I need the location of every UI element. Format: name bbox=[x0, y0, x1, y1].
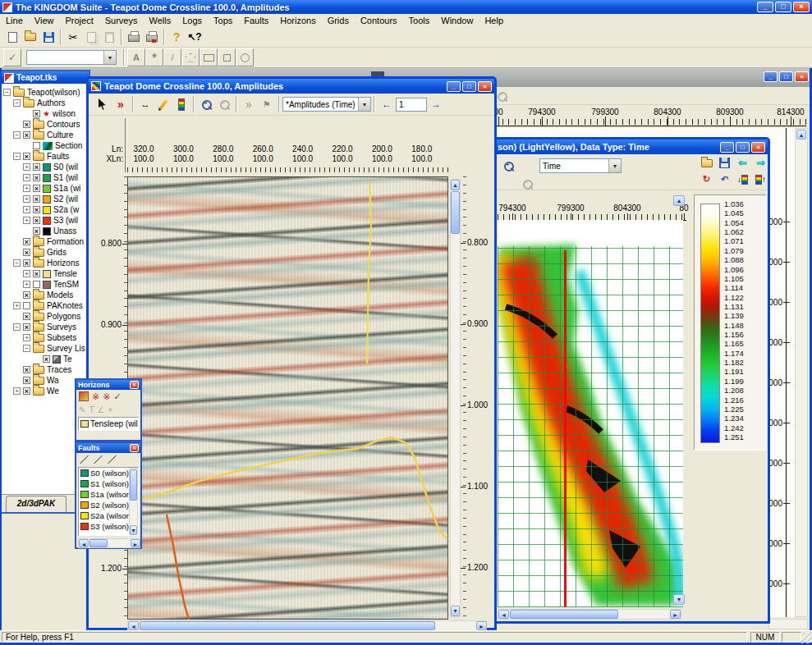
tree-item[interactable]: +×S1 (wil bbox=[2, 172, 89, 183]
tree-expander-icon[interactable]: + bbox=[23, 195, 30, 203]
select-tool-button[interactable] bbox=[94, 95, 112, 113]
tree-expander-icon[interactable]: + bbox=[23, 334, 30, 341]
tree-expander-icon[interactable]: + bbox=[23, 217, 30, 224]
tree-item[interactable]: ×Models bbox=[2, 290, 89, 300]
tree-checkbox[interactable]: × bbox=[33, 195, 40, 203]
map-save-button[interactable] bbox=[717, 156, 732, 170]
tree-item[interactable]: +×Tensle bbox=[2, 268, 89, 279]
tree-checkbox[interactable]: × bbox=[33, 206, 40, 213]
tree-item[interactable]: ×Polygons bbox=[2, 311, 89, 322]
tree-expander-icon[interactable]: − bbox=[13, 259, 21, 267]
flag-button[interactable]: ⚑ bbox=[258, 95, 276, 113]
tree-checkbox[interactable]: × bbox=[23, 249, 30, 256]
chevron-down-icon[interactable]: ▼ bbox=[358, 98, 370, 111]
menu-surveys[interactable]: Surveys bbox=[99, 15, 144, 26]
menu-wells[interactable]: Wells bbox=[143, 15, 177, 26]
map-maximize-button[interactable]: □ bbox=[736, 142, 750, 153]
polygon-tool-button[interactable] bbox=[181, 48, 200, 66]
tree-item[interactable]: ×Unass bbox=[2, 226, 89, 236]
pick-mode-icon[interactable]: ✎ bbox=[79, 405, 85, 414]
tree-checkbox[interactable]: × bbox=[23, 121, 30, 128]
prev-view-button[interactable]: » bbox=[240, 95, 258, 113]
colorbar-up-button[interactable]: ↑ bbox=[753, 172, 768, 186]
step-input[interactable] bbox=[396, 98, 427, 112]
menu-contours[interactable]: Contours bbox=[355, 15, 403, 26]
tree-expander-icon[interactable]: + bbox=[23, 174, 30, 181]
tree-item[interactable]: ×Traces bbox=[2, 364, 89, 375]
tree-item[interactable]: −×Faults bbox=[2, 151, 89, 162]
context-help-button[interactable]: ↖? bbox=[186, 28, 204, 46]
tree-item[interactable]: +TenSM bbox=[2, 279, 89, 290]
tree-expander-icon[interactable]: − bbox=[23, 345, 30, 352]
tree-checkbox[interactable]: × bbox=[33, 270, 40, 277]
commit-check-icon[interactable]: ✓ bbox=[113, 391, 121, 402]
tree-item[interactable]: +×S3 (wil bbox=[2, 215, 89, 226]
tree-item[interactable]: ×Formation bbox=[2, 236, 89, 247]
tree-expander-icon[interactable]: + bbox=[23, 270, 30, 277]
fault-intersection-icon[interactable]: ※ bbox=[103, 391, 110, 402]
tree-checkbox[interactable]: × bbox=[33, 227, 40, 235]
clear-icon[interactable]: × bbox=[108, 405, 112, 414]
tree-expander-icon[interactable]: + bbox=[13, 387, 21, 395]
tree-checkbox[interactable]: × bbox=[23, 366, 30, 373]
fault-list-item[interactable]: S2 (wilson) bbox=[79, 500, 129, 510]
map-rotate-button[interactable]: ↻ bbox=[699, 172, 714, 186]
tree-checkbox[interactable] bbox=[23, 302, 30, 309]
scroll-right-icon[interactable]: ► bbox=[670, 610, 681, 619]
tree-checkbox[interactable]: × bbox=[23, 377, 30, 384]
copy-button[interactable] bbox=[82, 28, 100, 46]
scroll-left-icon[interactable]: ◄ bbox=[498, 610, 509, 619]
scroll-up-icon[interactable]: ▲ bbox=[451, 180, 460, 190]
tree-expander-icon[interactable]: − bbox=[13, 153, 21, 160]
menu-faults[interactable]: Faults bbox=[238, 15, 274, 26]
faults-close-button[interactable]: × bbox=[130, 444, 139, 452]
print-preview-button[interactable] bbox=[143, 28, 161, 46]
faults-vscrollbar[interactable]: ▼ bbox=[129, 468, 138, 535]
map-prev-button[interactable]: ⇐ bbox=[735, 156, 750, 170]
faults-hscrollbar[interactable]: ◄ ► bbox=[78, 538, 140, 548]
fault-segment-icon[interactable] bbox=[79, 455, 89, 464]
tree-item[interactable]: −Teapot(wilson) bbox=[2, 87, 89, 98]
tree-checkbox[interactable]: × bbox=[23, 238, 30, 245]
tree-checkbox[interactable]: × bbox=[23, 259, 30, 267]
tree-item[interactable]: +×S0 (wil bbox=[2, 162, 89, 172]
basemap-minimize-button[interactable]: _ bbox=[764, 71, 778, 82]
scroll-thumb[interactable] bbox=[130, 469, 137, 501]
tree-checkbox[interactable]: × bbox=[33, 185, 40, 192]
map-undo-button[interactable]: ↶ bbox=[717, 172, 732, 186]
scroll-thumb[interactable] bbox=[510, 610, 618, 619]
pick-tool-button[interactable] bbox=[154, 95, 172, 113]
menu-tools[interactable]: Tools bbox=[403, 15, 436, 26]
snap-icon[interactable] bbox=[79, 391, 89, 401]
scroll-right-icon[interactable]: ► bbox=[131, 539, 140, 547]
tree-checkbox[interactable]: × bbox=[23, 131, 30, 139]
fault-list-item[interactable]: S3 (wilson) bbox=[79, 521, 129, 532]
seismic-vscrollbar[interactable]: ▲ ▼ bbox=[450, 179, 461, 617]
tree-item[interactable]: +Subsets bbox=[2, 332, 89, 343]
menu-window[interactable]: Window bbox=[435, 15, 479, 26]
measure-tool-button[interactable]: ↔ bbox=[136, 95, 154, 113]
tree-expander-icon[interactable]: − bbox=[13, 131, 21, 139]
scroll-down-icon[interactable]: ▼ bbox=[130, 525, 137, 535]
tree-item[interactable]: ×Contours bbox=[2, 119, 89, 130]
tree-checkbox[interactable]: × bbox=[43, 355, 50, 363]
text-tool-button[interactable]: A bbox=[127, 48, 145, 66]
map-minimize-button[interactable]: _ bbox=[720, 142, 734, 153]
horizon-list-item[interactable]: Tensleep (wilson bbox=[79, 418, 138, 430]
fast-forward-button[interactable]: » bbox=[112, 95, 130, 113]
basemap-close-button[interactable]: × bbox=[795, 71, 809, 82]
resize-grip[interactable] bbox=[801, 633, 812, 643]
tree-expander-icon[interactable]: + bbox=[23, 163, 30, 171]
scroll-left-icon[interactable]: ◄ bbox=[79, 539, 89, 547]
open-button[interactable] bbox=[21, 28, 39, 46]
tree-checkbox[interactable]: × bbox=[23, 291, 30, 299]
annotation-combo[interactable]: ▼ bbox=[26, 50, 117, 65]
close-button[interactable]: × bbox=[793, 2, 810, 12]
tree-checkbox[interactable]: × bbox=[33, 217, 40, 224]
horizons-list[interactable]: Tensleep (wilson bbox=[78, 417, 139, 431]
map-next-button[interactable]: ⇒ bbox=[753, 156, 768, 170]
tab-2d3dpak[interactable]: 2d/3dPAK bbox=[6, 496, 67, 512]
line-tool-button[interactable]: / bbox=[163, 48, 181, 66]
print-button[interactable] bbox=[125, 28, 143, 46]
paste-button[interactable] bbox=[100, 28, 118, 46]
